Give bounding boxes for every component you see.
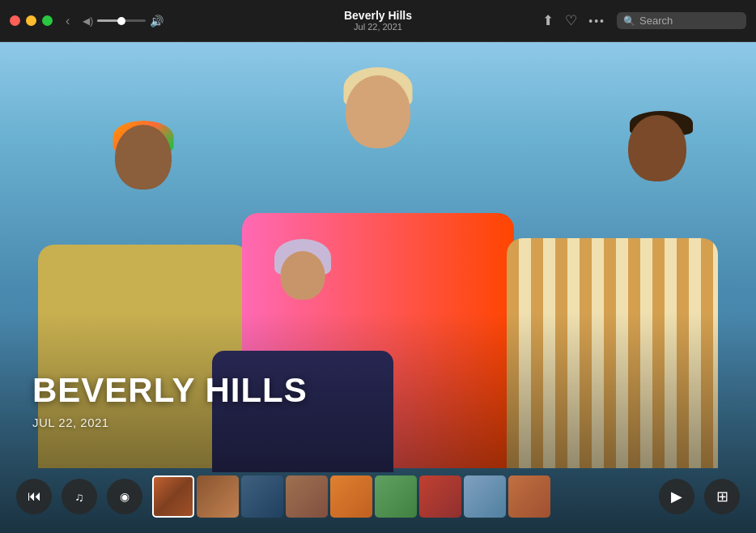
more-button[interactable]: ••• [588,15,605,28]
thumbnail-2[interactable] [197,475,239,518]
person-front-head [280,251,325,300]
titlebar-left: ‹ ◀) 🔊 [61,11,164,32]
thumbnail-9[interactable] [508,475,550,518]
photo-date: JUL 22, 2021 [32,416,109,429]
like-button[interactable]: ♡ [565,12,577,29]
close-button[interactable] [10,15,20,26]
back-button[interactable]: ‹ [61,11,74,32]
search-placeholder: Search [639,15,673,27]
thumbnail-8[interactable] [464,475,506,518]
person-right-body [507,238,719,468]
titlebar-right: ⬆ ♡ ••• 🔍 Search [542,12,746,29]
thumbnail-3[interactable] [241,475,283,518]
thumbnails-strip [152,473,649,520]
photo-container: BEVERLY HILLS JUL 22, 2021 ⏮ ♫ ◉ ▶ ⊞ [0,42,756,533]
search-icon: 🔍 [623,15,635,27]
thumbnail-4[interactable] [286,475,328,518]
volume-control: ◀) 🔊 [83,15,164,28]
thumbnail-5[interactable] [330,475,372,518]
search-bar[interactable]: 🔍 Search [617,12,746,29]
window-controls [10,15,53,26]
titlebar: ‹ ◀) 🔊 Beverly Hills Jul 22, 2021 ⬆ ♡ ••… [0,0,756,42]
grid-view-button[interactable]: ⊞ [704,479,740,514]
person-front-body [212,351,393,472]
maximize-button[interactable] [42,15,53,26]
skip-back-button[interactable]: ⏮ [16,479,52,514]
share-button[interactable]: ⬆ [542,12,554,29]
thumbnail-7[interactable] [419,475,461,518]
volume-slider[interactable] [97,19,146,22]
person-front [212,251,393,472]
window-title: Beverly Hills [344,9,412,23]
titlebar-center: Beverly Hills Jul 22, 2021 [344,9,412,33]
volume-high-icon: 🔊 [150,15,164,28]
filter-button[interactable]: ◉ [107,479,142,514]
person-right-head [628,115,686,181]
person-right [507,115,719,468]
person-center-head [346,75,410,148]
play-button[interactable]: ▶ [659,479,694,514]
controls-bar: ⏮ ♫ ◉ ▶ ⊞ [0,460,756,533]
window-date: Jul 22, 2021 [344,22,412,32]
thumbnail-1[interactable] [152,475,194,518]
thumbnail-6[interactable] [375,475,417,518]
volume-thumb [117,17,125,25]
minimize-button[interactable] [26,15,36,26]
music-notes-button[interactable]: ♫ [62,479,97,514]
volume-icon: ◀) [83,15,93,27]
person-left-head [115,125,172,190]
photo-title: BEVERLY HILLS [32,373,308,407]
